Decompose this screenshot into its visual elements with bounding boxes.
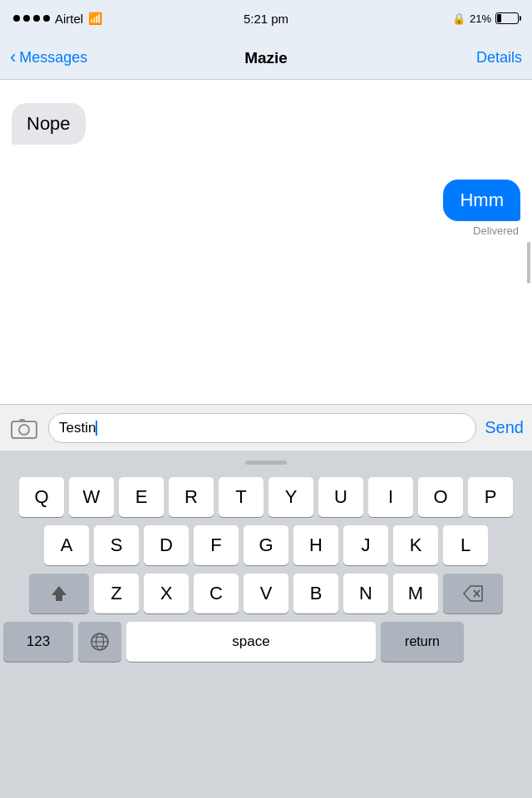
key-z[interactable]: Z: [94, 574, 139, 613]
backspace-icon: [462, 584, 484, 603]
scrollbar-track[interactable]: [527, 88, 530, 396]
globe-icon: [90, 632, 110, 652]
scrollbar-thumb: [527, 242, 530, 283]
svg-marker-3: [52, 586, 66, 601]
backspace-key[interactable]: [443, 574, 503, 613]
key-row-3: Z X C V B N M: [3, 574, 529, 613]
chat-title: Mazie: [244, 49, 288, 67]
key-n[interactable]: N: [343, 574, 388, 613]
key-p[interactable]: P: [468, 477, 513, 517]
return-key[interactable]: return: [381, 622, 464, 662]
svg-rect-2: [19, 419, 25, 422]
key-row-1: Q W E R T Y U I O P: [3, 477, 529, 517]
message-input-text: Testin: [59, 420, 96, 436]
key-r[interactable]: R: [169, 477, 214, 517]
key-l[interactable]: L: [443, 525, 488, 565]
return-label: return: [405, 634, 440, 649]
sent-bubble: Hmm: [443, 180, 520, 221]
dot2: [23, 15, 30, 22]
key-j[interactable]: J: [343, 525, 388, 565]
battery-icon: [495, 12, 519, 24]
received-bubble: Nope: [12, 103, 86, 145]
battery-pct: 21%: [470, 12, 491, 25]
key-e[interactable]: E: [119, 477, 164, 517]
camera-icon: [11, 417, 37, 439]
key-s[interactable]: S: [94, 525, 139, 565]
key-row-bottom: 123 space return: [0, 622, 532, 662]
numbers-key[interactable]: 123: [3, 622, 73, 662]
message-input-wrapper[interactable]: Testin: [48, 413, 476, 443]
key-a[interactable]: A: [44, 525, 89, 565]
key-q[interactable]: Q: [19, 477, 64, 517]
status-left: Airtel 📶: [13, 12, 102, 26]
back-arrow-icon: ‹: [10, 48, 16, 66]
status-bar: Airtel 📶 5:21 pm 🔒 21%: [0, 0, 532, 37]
keyboard: Q W E R T Y U I O P A S D F G H J K L: [0, 451, 532, 798]
camera-button[interactable]: [8, 412, 40, 444]
key-i[interactable]: I: [368, 477, 413, 517]
key-o[interactable]: O: [418, 477, 463, 517]
numbers-label: 123: [27, 633, 50, 650]
keyboard-rows: Q W E R T Y U I O P A S D F G H J K L: [0, 474, 532, 613]
key-b[interactable]: B: [293, 574, 338, 613]
dot4: [43, 15, 50, 22]
key-v[interactable]: V: [244, 574, 288, 613]
received-text: Nope: [27, 113, 71, 134]
svg-point-1: [19, 425, 29, 435]
key-h[interactable]: H: [293, 525, 338, 565]
key-w[interactable]: W: [69, 477, 114, 517]
key-row-2: A S D F G H J K L: [3, 525, 529, 565]
battery-box: [495, 12, 519, 24]
battery-fill: [497, 14, 501, 22]
keyboard-handle: [0, 451, 532, 474]
delivered-status: Delivered: [473, 224, 519, 237]
text-cursor: [96, 421, 97, 436]
handle-pill: [245, 461, 287, 465]
space-key[interactable]: space: [126, 622, 376, 662]
carrier-label: Airtel: [55, 12, 83, 26]
sent-bubble-wrapper: Hmm Delivered: [443, 180, 520, 237]
send-button[interactable]: Send: [485, 418, 524, 437]
wifi-icon: 📶: [88, 12, 102, 25]
shift-icon: [50, 584, 68, 603]
status-time: 5:21 pm: [244, 12, 288, 26]
key-u[interactable]: U: [318, 477, 363, 517]
signal-dots: [13, 15, 50, 22]
back-label: Messages: [19, 49, 87, 66]
key-m[interactable]: M: [393, 574, 438, 613]
key-x[interactable]: X: [144, 574, 189, 613]
dot3: [33, 15, 40, 22]
globe-key[interactable]: [78, 622, 121, 662]
message-area: Nope Hmm Delivered: [0, 80, 532, 404]
dot1: [13, 15, 20, 22]
key-d[interactable]: D: [144, 525, 189, 565]
key-t[interactable]: T: [219, 477, 264, 517]
space-label: space: [232, 633, 269, 650]
status-right: 🔒 21%: [452, 12, 519, 25]
details-button[interactable]: Details: [476, 49, 522, 66]
key-k[interactable]: K: [393, 525, 438, 565]
key-g[interactable]: G: [244, 525, 288, 565]
shift-key[interactable]: [29, 574, 89, 613]
key-f[interactable]: F: [194, 525, 239, 565]
input-bar: Testin Send: [0, 404, 532, 451]
lock-icon: 🔒: [452, 12, 466, 25]
back-button[interactable]: ‹ Messages: [10, 49, 87, 66]
key-c[interactable]: C: [194, 574, 239, 613]
sent-text: Hmm: [460, 190, 504, 210]
nav-bar: ‹ Messages Mazie Details: [0, 37, 532, 80]
key-y[interactable]: Y: [268, 477, 313, 517]
